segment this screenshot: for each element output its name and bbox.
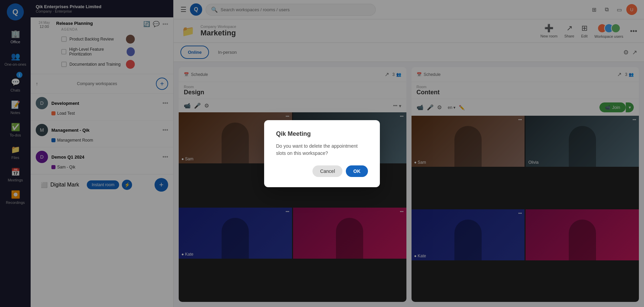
modal-overlay: Qik Meeting Do you want to delete the ap… [0, 0, 644, 307]
modal-box: Qik Meeting Do you want to delete the ap… [264, 120, 380, 187]
modal-ok-button[interactable]: OK [346, 165, 368, 177]
modal-actions: Cancel OK [276, 165, 368, 177]
modal-title: Qik Meeting [276, 130, 368, 138]
modal-cancel-button[interactable]: Cancel [312, 165, 342, 177]
modal-body: Do you want to delete the appointment sl… [276, 143, 368, 157]
